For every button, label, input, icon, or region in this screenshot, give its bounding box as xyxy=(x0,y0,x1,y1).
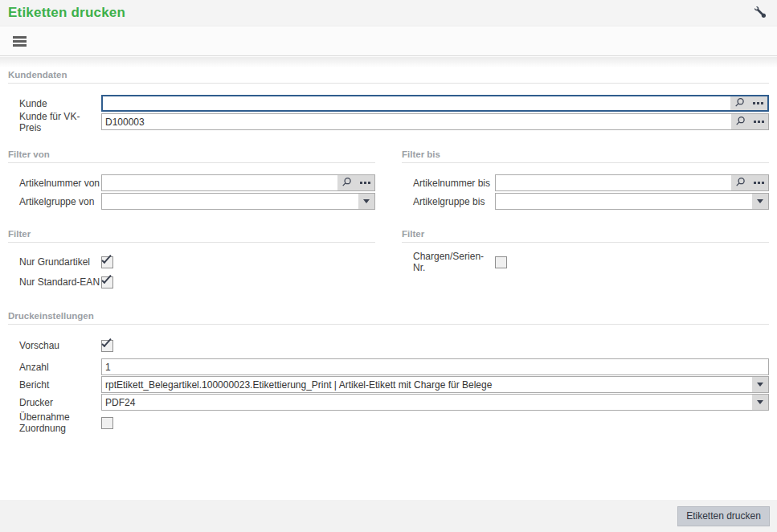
page-title: Etiketten drucken xyxy=(8,5,125,21)
drucker-value: PDF24 xyxy=(102,395,752,410)
section-title-filter-bis: Filter bis xyxy=(402,149,769,163)
wrench-icon xyxy=(755,6,766,20)
checkmark-icon xyxy=(101,272,111,283)
chargen-serien-nr-checkbox[interactable] xyxy=(495,256,507,268)
chevron-down-icon xyxy=(757,400,763,404)
chargen-serien-nr-label: Chargen/Serien-Nr. xyxy=(402,251,495,273)
ellipsis-icon xyxy=(753,102,763,104)
kunde-field[interactable] xyxy=(101,95,769,112)
kunde-vk-preis-search-button[interactable] xyxy=(731,114,750,129)
anzahl-input[interactable] xyxy=(101,358,769,375)
artikelnummer-bis-label: Artikelnummer bis xyxy=(402,178,495,189)
uebernahme-zuordnung-label: Übernahme Zuordnung xyxy=(8,411,101,434)
artikelgruppe-bis-value xyxy=(496,194,752,209)
chevron-down-icon xyxy=(757,383,763,387)
vorschau-checkbox[interactable] xyxy=(101,340,113,352)
kunde-vk-preis-input[interactable] xyxy=(102,114,731,129)
search-icon xyxy=(735,116,746,129)
filter-von-column: Filter von Artikelnummer von xyxy=(8,149,375,210)
artikelnummer-bis-input[interactable] xyxy=(496,175,731,190)
toolbar xyxy=(0,27,777,56)
anzahl-label: Anzahl xyxy=(8,362,101,373)
nur-standard-ean-checkbox[interactable] xyxy=(101,276,113,289)
section-title-filter-von: Filter von xyxy=(8,149,375,163)
form-row: Bericht rptEtikett_Belegartikel.10000002… xyxy=(8,376,769,393)
artikelgruppe-von-label: Artikelgruppe von xyxy=(8,196,101,207)
form-row: Artikelgruppe von xyxy=(8,193,375,210)
section-title-druckeinstellungen: Druckeinstellungen xyxy=(8,311,769,325)
nur-grundartikel-label: Nur Grundartikel xyxy=(8,256,101,268)
footer-bar: Etiketten drucken xyxy=(0,500,777,532)
chevron-down-icon xyxy=(363,199,370,203)
artikelnummer-von-ellipsis-button[interactable] xyxy=(356,175,374,190)
section-title-filter-rechts: Filter xyxy=(402,229,769,243)
uebernahme-zuordnung-checkbox[interactable] xyxy=(101,417,113,429)
artikelnummer-bis-field[interactable] xyxy=(495,174,769,191)
kunde-input[interactable] xyxy=(103,96,730,110)
bericht-dropdown-button[interactable] xyxy=(752,377,768,392)
artikelgruppe-bis-label: Artikelgruppe bis xyxy=(402,196,495,207)
artikelgruppe-bis-dropdown-button[interactable] xyxy=(752,194,768,209)
form-row: Artikelnummer von xyxy=(8,174,375,191)
form-row: Artikelnummer bis xyxy=(402,174,769,191)
form-row: Drucker PDF24 xyxy=(8,394,769,411)
search-icon xyxy=(734,97,745,110)
artikelgruppe-von-dropdown-button[interactable] xyxy=(358,194,374,209)
filter-rechts-column: Filter Chargen/Serien-Nr. xyxy=(402,229,769,289)
filter-flag-columns: Filter Nur Grundartikel Nur Standard-EAN… xyxy=(8,229,769,289)
kunde-ellipsis-button[interactable] xyxy=(749,96,767,110)
ellipsis-icon xyxy=(360,182,370,184)
ellipsis-icon xyxy=(754,121,764,123)
search-icon xyxy=(341,177,352,190)
check-row: Chargen/Serien-Nr. xyxy=(402,256,769,268)
filter-range-columns: Filter von Artikelnummer von xyxy=(8,149,769,210)
artikelnummer-von-search-button[interactable] xyxy=(337,175,356,190)
ellipsis-icon xyxy=(754,182,764,184)
etiketten-drucken-window: Etiketten drucken Kundendaten Kunde xyxy=(0,0,777,532)
check-row: Nur Standard-EAN xyxy=(8,276,375,289)
artikelgruppe-von-value xyxy=(102,194,358,209)
kunde-vk-preis-ellipsis-button[interactable] xyxy=(750,114,768,129)
bericht-value: rptEtikett_Belegartikel.100000023.Etiket… xyxy=(102,377,752,392)
vorschau-label: Vorschau xyxy=(8,340,101,351)
search-icon xyxy=(735,177,746,190)
check-row: Nur Grundartikel xyxy=(8,256,375,268)
check-row: Übernahme Zuordnung xyxy=(8,416,769,429)
settings-button[interactable] xyxy=(753,6,767,20)
form-content: Kundendaten Kunde Kunde für VK xyxy=(0,57,777,500)
form-row: Artikelgruppe bis xyxy=(402,193,769,210)
titlebar: Etiketten drucken xyxy=(0,0,777,27)
kunde-search-button[interactable] xyxy=(730,96,749,110)
nur-standard-ean-label: Nur Standard-EAN xyxy=(8,276,101,288)
druckeinstellungen-section: Druckeinstellungen Vorschau Anzahl Beric… xyxy=(8,311,769,429)
drucker-select[interactable]: PDF24 xyxy=(101,394,769,411)
form-row: Kunde für VK-Preis xyxy=(8,113,769,130)
bericht-label: Bericht xyxy=(8,379,101,391)
checkmark-icon xyxy=(101,336,111,346)
section-title-kundendaten: Kundendaten xyxy=(8,70,769,84)
artikelgruppe-bis-select[interactable] xyxy=(495,193,769,210)
form-row: Anzahl xyxy=(8,358,769,375)
kunde-vk-preis-field[interactable] xyxy=(101,113,769,130)
section-title-filter-links: Filter xyxy=(8,229,375,243)
artikelnummer-bis-ellipsis-button[interactable] xyxy=(750,175,768,190)
artikelnummer-von-input[interactable] xyxy=(102,175,337,190)
drucker-label: Drucker xyxy=(8,397,101,408)
print-labels-button[interactable]: Etiketten drucken xyxy=(677,506,770,526)
artikelgruppe-von-select[interactable] xyxy=(101,193,375,210)
artikelnummer-von-label: Artikelnummer von xyxy=(8,178,101,189)
hamburger-menu-icon[interactable] xyxy=(13,36,27,47)
artikelnummer-von-field[interactable] xyxy=(101,174,375,191)
chevron-down-icon xyxy=(757,199,763,203)
check-row: Vorschau xyxy=(8,339,769,352)
kunde-vk-preis-label: Kunde für VK-Preis xyxy=(8,111,101,133)
checkmark-icon xyxy=(101,252,111,263)
form-row: Kunde xyxy=(8,95,769,112)
filter-bis-column: Filter bis Artikelnummer bis xyxy=(402,149,769,210)
filter-links-column: Filter Nur Grundartikel Nur Standard-EAN xyxy=(8,229,375,289)
bericht-select[interactable]: rptEtikett_Belegartikel.100000023.Etiket… xyxy=(101,376,769,393)
nur-grundartikel-checkbox[interactable] xyxy=(101,256,113,268)
drucker-dropdown-button[interactable] xyxy=(752,395,768,410)
kunde-label: Kunde xyxy=(8,98,101,109)
artikelnummer-bis-search-button[interactable] xyxy=(731,175,750,190)
